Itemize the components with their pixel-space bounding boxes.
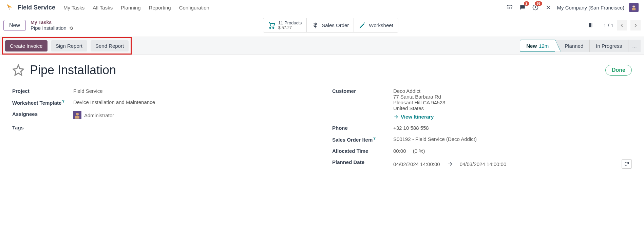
label-allocated-time: Allocated Time <box>332 148 393 154</box>
products-button[interactable]: 11 Products $ 57.27 <box>263 18 307 32</box>
nav-configuration[interactable]: Configuration <box>179 5 209 11</box>
label-tags: Tags <box>12 125 73 130</box>
label-planned-date: Planned Date <box>332 159 393 169</box>
nav-planning[interactable]: Planning <box>121 5 140 11</box>
app-title: Field Service <box>18 4 55 11</box>
svg-point-9 <box>76 113 79 116</box>
value-sales-order-item[interactable]: S00192 - Field Service (Deco Addict) <box>393 136 632 143</box>
customer-street: 77 Santa Barbara Rd <box>393 94 632 100</box>
activity-icon[interactable]: 66 <box>531 3 539 12</box>
assignee-name: Administrator <box>84 112 114 118</box>
refresh-icon <box>624 161 629 167</box>
svg-point-2 <box>511 8 512 8</box>
chat-badge: 2 <box>524 1 529 6</box>
help-icon[interactable]: ? <box>62 99 64 103</box>
star-icon[interactable] <box>12 64 24 76</box>
value-project[interactable]: Field Service <box>73 88 312 94</box>
label-phone: Phone <box>332 125 393 131</box>
products-count: 11 Products <box>278 20 302 25</box>
highlighted-actions: Create Invoice Sign Report Send Report <box>2 37 132 55</box>
label-project: Project <box>12 88 73 94</box>
company-selector[interactable]: My Company (San Francisco) <box>557 5 624 11</box>
sales-order-label: Sales Order <box>322 22 349 28</box>
svg-rect-10 <box>75 116 79 119</box>
nav-all-tasks[interactable]: All Tasks <box>93 5 113 11</box>
pencil-icon <box>359 22 366 29</box>
breadcrumb-parent[interactable]: My Tasks <box>31 20 74 25</box>
value-allocated-time[interactable]: 00:00 (0 %) <box>393 148 632 154</box>
planned-end: 04/03/2024 14:00:00 <box>460 161 507 167</box>
dollar-icon <box>311 22 319 29</box>
prev-page-button[interactable] <box>617 20 627 30</box>
arrow-right-icon <box>393 114 399 120</box>
phone-icon[interactable] <box>506 3 514 12</box>
chat-icon[interactable]: 2 <box>518 3 527 12</box>
value-assignees[interactable]: Administrator <box>73 111 312 119</box>
refresh-date-button[interactable] <box>622 159 632 169</box>
sign-report-button[interactable]: Sign Report <box>51 40 87 51</box>
page-title: Pipe Installation <box>30 63 116 77</box>
new-button[interactable]: New <box>3 20 26 31</box>
value-tags[interactable] <box>73 125 312 130</box>
svg-point-0 <box>508 8 508 8</box>
view-itinerary-link[interactable]: View Itinerary <box>393 114 632 120</box>
cart-plus-icon <box>268 22 276 29</box>
arrow-right-icon <box>447 161 453 167</box>
nav-my-tasks[interactable]: My Tasks <box>63 5 84 11</box>
value-customer[interactable]: Deco Addict 77 Santa Barbara Rd Pleasant… <box>393 88 632 120</box>
status-more-button[interactable]: ... <box>628 40 641 52</box>
value-phone[interactable]: +32 10 588 558 <box>393 125 632 131</box>
customer-city: Pleasant Hill CA 94523 <box>393 100 632 105</box>
label-worksheet-template: Worksheet Template? <box>12 99 73 106</box>
next-page-button[interactable] <box>630 20 641 30</box>
tools-icon[interactable] <box>544 3 552 12</box>
status-timer: 12m <box>539 43 549 49</box>
value-planned-date[interactable]: 04/02/2024 14:00:00 04/03/2024 14:00:00 <box>393 159 632 169</box>
customer-name: Deco Addict <box>393 88 632 94</box>
label-sales-order-item: Sales Order Item? <box>332 136 393 143</box>
activity-badge: 66 <box>535 1 542 6</box>
page-counter: 1 / 1 <box>604 22 613 28</box>
help-icon[interactable]: ? <box>373 136 376 140</box>
products-amount: $ 57.27 <box>278 25 302 30</box>
nav-menu: My Tasks All Tasks Planning Reporting Co… <box>63 5 209 11</box>
status-pipeline: New 12m Planned In Progress ... <box>520 40 641 52</box>
allocated-pct: (0 %) <box>413 148 425 154</box>
worksheet-label: Worksheet <box>369 22 393 28</box>
logo-icon <box>5 3 14 12</box>
planned-start: 04/02/2024 14:00:00 <box>393 161 440 167</box>
create-invoice-button[interactable]: Create Invoice <box>5 40 48 51</box>
gear-icon[interactable] <box>69 25 74 31</box>
breadcrumb-current: Pipe Installation <box>31 25 67 31</box>
assignee-avatar <box>73 111 81 119</box>
sales-order-button[interactable]: Sales Order <box>307 18 354 32</box>
nav-reporting[interactable]: Reporting <box>149 5 171 11</box>
user-avatar[interactable] <box>629 3 639 12</box>
status-in-progress[interactable]: In Progress <box>590 40 628 52</box>
customer-country: United States <box>393 105 632 111</box>
label-customer: Customer <box>332 88 393 120</box>
svg-rect-7 <box>632 6 635 7</box>
svg-rect-6 <box>632 8 636 11</box>
svg-point-1 <box>509 8 510 8</box>
status-planned[interactable]: Planned <box>555 40 590 52</box>
worksheet-button[interactable]: Worksheet <box>354 18 398 32</box>
send-report-button[interactable]: Send Report <box>91 40 129 51</box>
done-button[interactable]: Done <box>605 65 632 76</box>
status-new[interactable]: New 12m <box>520 40 555 52</box>
bookmark-icon[interactable] <box>587 22 593 28</box>
label-assignees: Assignees <box>12 111 73 119</box>
value-worksheet-template[interactable]: Device Installation and Maintenance <box>73 99 312 106</box>
